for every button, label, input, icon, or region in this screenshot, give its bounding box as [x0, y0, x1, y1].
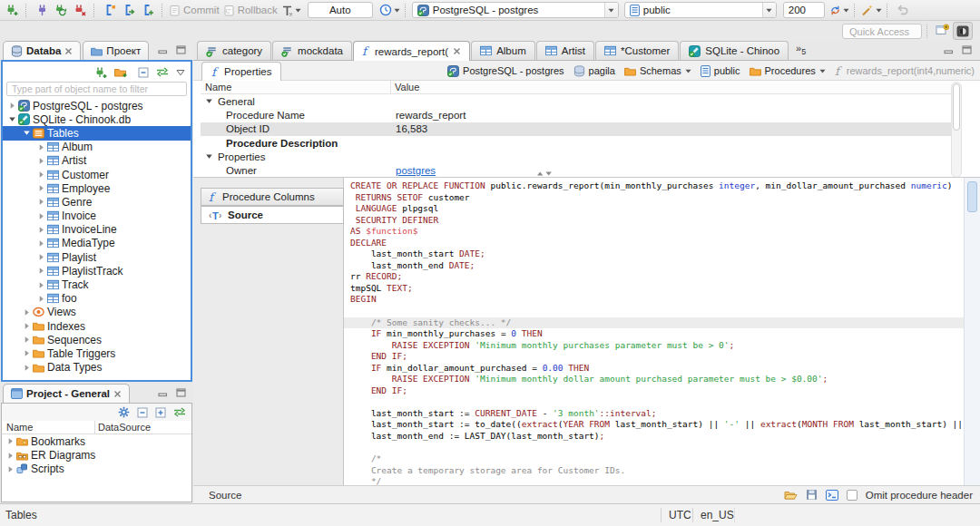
- tree-item-indexes[interactable]: Indexes: [3, 319, 191, 333]
- chevron-right-icon[interactable]: [5, 465, 15, 473]
- new-connection-button[interactable]: [3, 2, 21, 19]
- dbeaver-perspective-button[interactable]: [953, 22, 973, 40]
- chevron-right-icon[interactable]: [36, 267, 45, 275]
- side-tab-procedure-columns[interactable]: fProcedure Columns: [201, 188, 344, 206]
- new-sql-editor-button[interactable]: [139, 2, 157, 19]
- column-header-datasource[interactable]: DataSource: [98, 422, 151, 433]
- reconnect-button[interactable]: [52, 2, 70, 19]
- tree-item-track[interactable]: Track: [3, 278, 191, 291]
- transaction-log-button[interactable]: [281, 2, 301, 19]
- refresh-button[interactable]: [829, 2, 849, 19]
- chevron-down-icon[interactable]: [205, 97, 213, 105]
- tab-project-general[interactable]: Project - General: [3, 384, 130, 403]
- column-header-name[interactable]: Name: [6, 422, 33, 433]
- chevron-right-icon[interactable]: [36, 226, 45, 234]
- scroll-marker[interactable]: [967, 181, 977, 212]
- breadcrumb-item-schemas[interactable]: Schemas: [624, 65, 691, 76]
- chevron-down-icon[interactable]: [22, 129, 31, 137]
- new-connection-icon[interactable]: [94, 66, 107, 79]
- scrollbar-thumb[interactable]: [953, 83, 960, 131]
- editor-tab-mockdata[interactable]: mockdata: [272, 41, 352, 60]
- tab-properties[interactable]: f Properties: [201, 62, 281, 81]
- breadcrumb-item-postgresql-postgres[interactable]: PostgreSQL - postgres: [447, 65, 564, 77]
- chevron-right-icon[interactable]: [36, 253, 45, 261]
- chevron-right-icon[interactable]: [36, 170, 45, 179]
- view-menu-icon[interactable]: [176, 69, 185, 76]
- query-history-button[interactable]: [379, 2, 400, 19]
- chevron-down-icon[interactable]: [685, 69, 691, 73]
- chevron-right-icon[interactable]: [22, 349, 31, 357]
- save-to-file-icon[interactable]: [806, 489, 818, 501]
- locale-label[interactable]: en_US: [701, 509, 734, 521]
- chevron-right-icon[interactable]: [36, 295, 45, 303]
- side-tab-source[interactable]: ‹T›Source: [201, 206, 344, 224]
- commit-button[interactable]: Commit: [169, 2, 222, 19]
- tree-item-playlist[interactable]: Playlist: [3, 250, 191, 264]
- chevron-right-icon[interactable]: [7, 102, 16, 110]
- chevron-right-icon[interactable]: [36, 198, 45, 206]
- chevron-right-icon[interactable]: [36, 184, 45, 192]
- object-filter-input[interactable]: [6, 82, 187, 96]
- tree-item-customer[interactable]: Customer: [3, 168, 191, 181]
- tab-projects[interactable]: Проект: [83, 41, 149, 60]
- close-icon[interactable]: [453, 47, 461, 55]
- transaction-mode-select[interactable]: Auto: [308, 2, 373, 18]
- omit-procedure-header-checkbox[interactable]: [847, 490, 858, 501]
- breadcrumb-item-rewards-report-int4-numeric[interactable]: frewards_report(int4,numeric): [835, 65, 975, 77]
- maximize-icon[interactable]: [176, 388, 186, 397]
- breadcrumb-item-procedures[interactable]: Procedures: [750, 65, 826, 76]
- column-divider[interactable]: [390, 81, 391, 93]
- rollback-button[interactable]: Rollback: [223, 2, 280, 19]
- open-perspective-icon[interactable]: [936, 24, 949, 36]
- sql-editor-button[interactable]: [101, 2, 119, 19]
- tree-item-table-triggers[interactable]: Table Triggers: [3, 346, 191, 360]
- maximize-icon[interactable]: [962, 45, 972, 54]
- chevron-right-icon[interactable]: [5, 452, 15, 460]
- chevron-right-icon[interactable]: [36, 157, 45, 165]
- column-header-value[interactable]: Value: [395, 82, 419, 93]
- tab-overflow-button[interactable]: »5: [796, 43, 806, 56]
- timezone-label[interactable]: UTC: [669, 509, 691, 521]
- tab-database-navigator[interactable]: Databa: [3, 41, 81, 60]
- editor-tab-customer[interactable]: *Customer: [595, 41, 679, 60]
- editor-tab-rewards-report[interactable]: frewards_report(: [353, 41, 470, 61]
- active-connection-select[interactable]: PostgreSQL - postgres: [412, 2, 619, 18]
- chevron-down-icon[interactable]: [819, 69, 826, 73]
- tree-item-employee[interactable]: Employee: [3, 181, 191, 195]
- tree-item-tables[interactable]: Tables: [3, 126, 191, 140]
- undo-button[interactable]: [894, 2, 912, 19]
- property-group-general[interactable]: General: [201, 94, 951, 108]
- tree-item-invoice[interactable]: Invoice: [3, 209, 191, 223]
- tree-item-postgresql-postgres[interactable]: PostgreSQL - postgres: [3, 99, 191, 112]
- tree-item-album[interactable]: Album: [3, 141, 191, 154]
- breadcrumb-item-pagila[interactable]: pagila: [573, 65, 615, 77]
- collapse-all-icon[interactable]: [138, 67, 149, 78]
- chevron-right-icon[interactable]: [5, 437, 15, 445]
- properties-scrollbar[interactable]: [951, 82, 962, 178]
- disconnect-button[interactable]: [71, 2, 89, 19]
- tree-item-invoiceline[interactable]: InvoiceLine: [3, 223, 191, 237]
- minimize-icon[interactable]: [944, 45, 954, 54]
- column-divider[interactable]: [94, 421, 95, 433]
- connection-dropdown-button[interactable]: [604, 3, 618, 17]
- project-item-er-diagrams[interactable]: ER Diagrams: [2, 448, 191, 462]
- minimize-icon[interactable]: [158, 45, 168, 54]
- load-from-file-icon[interactable]: [784, 490, 798, 501]
- chevron-right-icon[interactable]: [36, 239, 45, 248]
- tree-item-sqlite-chinook-db[interactable]: SQLite - Chinook.db: [3, 112, 191, 126]
- tree-item-data-types[interactable]: Data Types: [3, 361, 191, 375]
- overview-ruler[interactable]: [964, 178, 980, 485]
- tree-item-mediatype[interactable]: MediaType: [3, 237, 191, 250]
- fetch-size-input[interactable]: [783, 2, 825, 18]
- minimize-icon[interactable]: [158, 388, 168, 397]
- sash-collapse-control[interactable]: [534, 170, 554, 177]
- property-row-owner[interactable]: Ownerpostgres: [201, 163, 951, 177]
- new-folder-icon[interactable]: [114, 67, 127, 78]
- collapse-all-icon[interactable]: [137, 407, 148, 418]
- chevron-right-icon[interactable]: [36, 143, 45, 151]
- editor-tab-sqlite-chinoo[interactable]: SQLite - Chinoo: [680, 41, 789, 60]
- property-row-procedure-name[interactable]: Procedure Namerewards_report: [201, 108, 951, 122]
- maximize-icon[interactable]: [176, 45, 186, 54]
- schema-dropdown-button[interactable]: [762, 3, 776, 17]
- property-row-procedure-description[interactable]: Procedure Description: [201, 136, 951, 150]
